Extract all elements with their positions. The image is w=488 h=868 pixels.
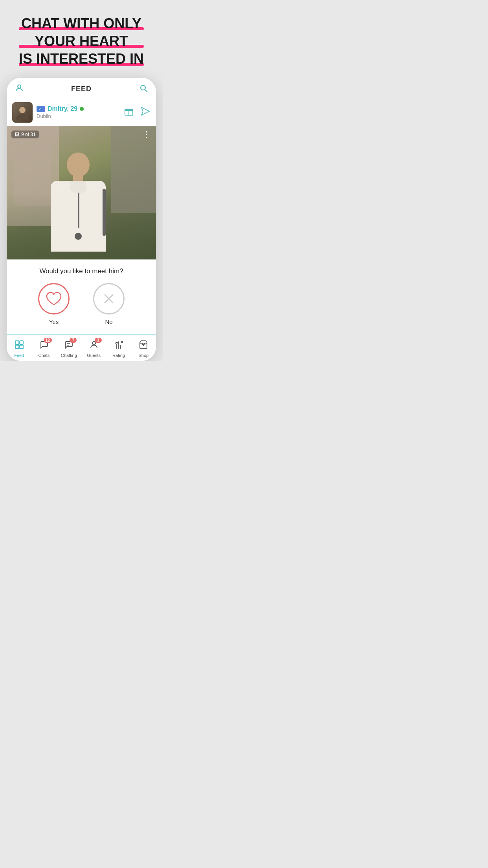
chatting-badge: 7 <box>70 338 77 343</box>
svg-point-3 <box>19 107 26 113</box>
headline-section: CHAT WITH ONLY YOUR HEART IS INTERESTED … <box>9 8 153 78</box>
tab-bar: Feed 12 Chats 7 Chatting <box>7 335 156 361</box>
message-button[interactable] <box>140 106 150 119</box>
tab-chats[interactable]: 12 Chats <box>31 338 56 359</box>
shop-label: Shop <box>138 353 149 358</box>
svg-rect-13 <box>20 341 23 344</box>
svg-text:✓: ✓ <box>39 108 41 111</box>
chats-icon: 12 <box>39 340 49 352</box>
svg-point-0 <box>18 85 21 88</box>
guests-badge: 3 <box>95 338 102 343</box>
no-label: No <box>105 318 112 325</box>
yes-button-wrap: Yes <box>38 283 70 325</box>
header-title: FEED <box>71 85 92 93</box>
tab-feed[interactable]: Feed <box>7 338 31 359</box>
profile-row: ✓ Dmitry, 29 Dublin <box>7 99 156 126</box>
profile-name: Dmitry, 29 <box>48 105 77 112</box>
headline-line3: IS INTERESTED IN <box>19 51 144 67</box>
online-indicator <box>80 107 84 111</box>
headline-line2: YOUR HEART <box>35 33 128 49</box>
tab-chatting[interactable]: 7 Chatting <box>57 338 81 359</box>
svg-point-1 <box>141 85 145 90</box>
photo-more-button[interactable]: ⋮ <box>143 130 151 139</box>
profile-info: ✓ Dmitry, 29 Dublin <box>33 105 124 119</box>
guests-icon: 3 <box>89 340 99 352</box>
profile-actions <box>124 106 150 119</box>
photo-counter: 🖼 9 of 31 <box>11 131 39 138</box>
photo-background <box>7 126 156 259</box>
svg-line-2 <box>145 90 147 92</box>
app-header: FEED <box>7 78 156 99</box>
gift-button[interactable] <box>124 106 134 119</box>
meet-buttons: Yes No <box>15 283 148 325</box>
no-button[interactable] <box>93 283 125 314</box>
tab-guests[interactable]: 3 Guests <box>81 338 106 359</box>
yes-button[interactable] <box>38 283 70 314</box>
feed-icon <box>15 340 24 352</box>
svg-rect-12 <box>15 341 19 344</box>
chats-label: Chats <box>39 353 50 358</box>
meet-question: Would you like to meet him? <box>15 267 148 275</box>
svg-rect-15 <box>20 345 23 349</box>
avatar <box>12 102 33 123</box>
photo-count-text: 9 of 31 <box>21 132 36 137</box>
svg-point-18 <box>92 342 95 345</box>
tab-rating[interactable]: Rating <box>106 338 131 359</box>
no-button-wrap: No <box>93 283 125 325</box>
svg-point-19 <box>121 341 123 343</box>
chatting-label: Chatting <box>61 353 77 358</box>
yes-label: Yes <box>49 318 59 325</box>
photo-icon: 🖼 <box>15 132 19 137</box>
rating-label: Rating <box>112 353 125 358</box>
search-icon-btn[interactable] <box>139 83 148 95</box>
profile-icon-btn[interactable] <box>15 83 24 95</box>
rating-icon <box>114 340 123 352</box>
guests-label: Guests <box>87 353 101 358</box>
profile-location: Dublin <box>37 113 124 119</box>
meet-section: Would you like to meet him? Yes No <box>7 259 156 335</box>
svg-rect-14 <box>15 345 19 349</box>
chatting-icon: 7 <box>64 340 73 352</box>
tab-shop[interactable]: Shop <box>131 338 156 359</box>
svg-marker-9 <box>141 107 149 115</box>
verification-badge: ✓ <box>37 106 45 112</box>
shop-icon <box>139 340 148 352</box>
feed-label: Feed <box>14 353 24 358</box>
chats-badge: 12 <box>44 338 52 343</box>
photo-container[interactable]: 🖼 9 of 31 ⋮ <box>7 126 156 259</box>
headline-line1: CHAT WITH ONLY <box>21 15 141 31</box>
phone-frame: FEED ✓ Dmitry, 29 <box>7 78 156 361</box>
